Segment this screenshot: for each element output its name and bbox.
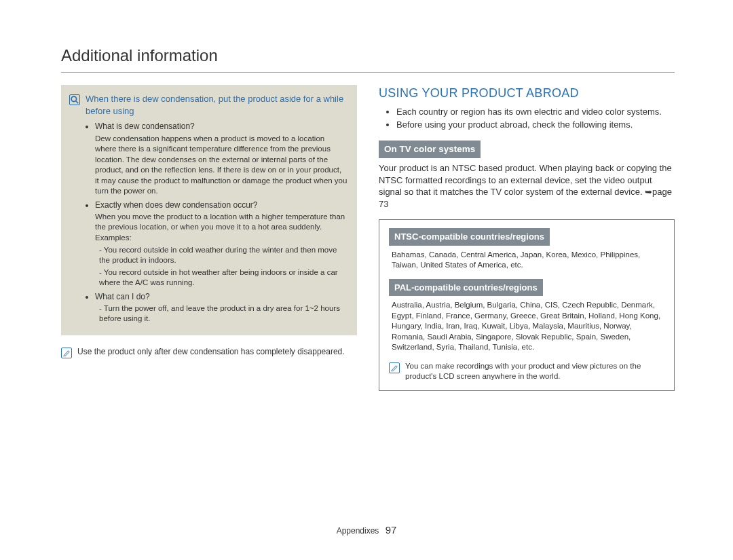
- section-heading: USING YOUR PRODUCT ABROAD: [379, 85, 675, 101]
- bullet-item: Each country or region has its own elect…: [396, 106, 675, 118]
- dew-info-box: When there is dew condensation, put the …: [61, 85, 357, 335]
- note-icon: [389, 362, 400, 373]
- faq-item: What can I do? Turn the power off, and l…: [95, 291, 347, 324]
- ntsc-countries: Bahamas, Canada, Central America, Japan,…: [389, 250, 664, 271]
- faq-sublist: Turn the power off, and leave the produc…: [95, 303, 347, 324]
- faq-question: Exactly when does dew condensation occur…: [95, 200, 257, 210]
- faq-item: Exactly when does dew condensation occur…: [95, 200, 347, 288]
- note-row: Use the product only after dew condensat…: [61, 346, 357, 358]
- faq-question: What can I do?: [95, 292, 150, 301]
- faq-answer: When you move the product to a location …: [95, 212, 347, 244]
- note-text: Use the product only after dew condensat…: [77, 346, 345, 358]
- note-icon: [61, 348, 72, 358]
- sublist-item: You record outside in hot weather after …: [99, 267, 347, 288]
- pal-countries: Australia, Austria, Belgium, Bulgaria, C…: [389, 300, 664, 353]
- page-footer: Appendixes 97: [0, 523, 733, 537]
- abroad-bullets: Each country or region has its own elect…: [379, 106, 675, 131]
- tv-systems-label: On TV color systems: [379, 141, 481, 158]
- footer-page-number: 97: [386, 524, 397, 536]
- magnify-box-icon: [69, 94, 80, 105]
- faq-answer: Dew condensation happens when a product …: [95, 134, 347, 197]
- info-box-header: When there is dew condensation, put the …: [69, 93, 347, 117]
- info-box-title: When there is dew condensation, put the …: [86, 93, 347, 117]
- faq-sublist: You record outside in cold weather durin…: [95, 245, 347, 288]
- box-note-text: You can make recordings with your produc…: [405, 361, 664, 382]
- info-box-body: What is dew condensation? Dew condensati…: [69, 121, 347, 324]
- pal-label: PAL-compatible countries/regions: [389, 279, 543, 297]
- svg-point-0: [71, 96, 76, 101]
- right-column: USING YOUR PRODUCT ABROAD Each country o…: [379, 85, 675, 391]
- box-note-row: You can make recordings with your produc…: [389, 361, 664, 382]
- footer-section: Appendixes: [337, 526, 379, 536]
- title-divider: [61, 72, 675, 73]
- page-title: Additional information: [61, 45, 675, 67]
- left-column: When there is dew condensation, put the …: [61, 85, 357, 391]
- tv-systems-body: Your product is an NTSC based product. W…: [379, 162, 675, 210]
- bullet-item: Before using your product abroad, check …: [396, 119, 675, 131]
- svg-line-1: [76, 101, 79, 104]
- faq-question: What is dew condensation?: [95, 122, 195, 131]
- sublist-item: You record outside in cold weather durin…: [99, 245, 347, 266]
- content-columns: When there is dew condensation, put the …: [61, 85, 675, 391]
- sublist-item: Turn the power off, and leave the produc…: [99, 303, 347, 324]
- faq-item: What is dew condensation? Dew condensati…: [95, 121, 347, 196]
- ntsc-label: NTSC-compatible countries/regions: [389, 228, 550, 246]
- compatibility-box: NTSC-compatible countries/regions Bahama…: [379, 219, 675, 391]
